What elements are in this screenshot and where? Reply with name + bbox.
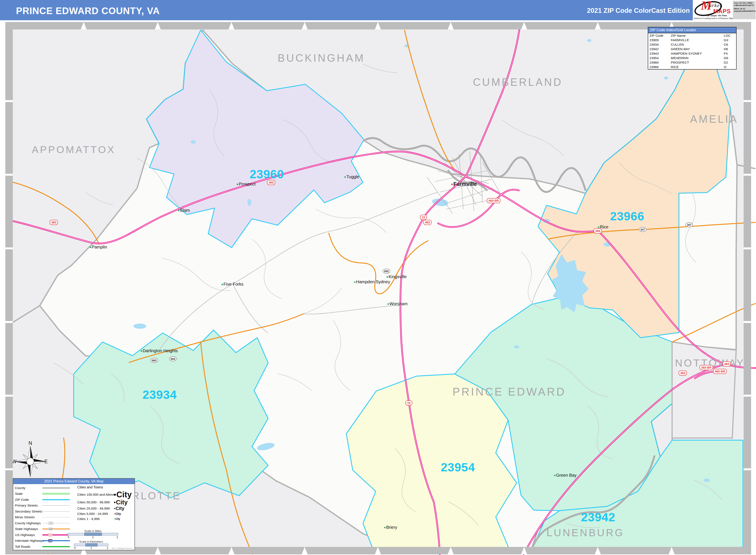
grid-gap <box>5 468 13 470</box>
legend-item-label: County <box>15 486 42 490</box>
grid-notch-icon <box>669 547 675 554</box>
scale-km-bar <box>74 544 108 546</box>
zip-index-cell: I2 <box>724 65 735 69</box>
scale-miles-bar <box>68 533 118 536</box>
marketmaps-logo: M arket MAPS On Target. On Time. America… <box>693 0 756 20</box>
zip-index-cell: 23943 <box>649 51 671 56</box>
legend-item-minor: Minor Streets <box>15 514 73 520</box>
legend-item-sample-icon <box>42 545 70 548</box>
page-title: PRINCE EDWARD COUNTY, VA <box>16 6 160 16</box>
grid-bar-top <box>13 22 744 30</box>
logo-subtitle: America's Leading Source of Business Map… <box>694 17 734 19</box>
legend-item-sample-icon: 123 <box>42 522 70 524</box>
cities-header: Cities and Towns <box>77 485 133 489</box>
city-size-label: Cities 100,000 and Above <box>77 493 114 497</box>
zip-index-row: 23934CULLENC6 <box>648 42 736 47</box>
county-map-canvas <box>0 0 756 555</box>
grid-gap <box>5 321 13 323</box>
city-dot-icon <box>114 508 115 509</box>
legend-cities: Cities and Towns Cities 100,000 and Abov… <box>77 485 133 522</box>
zip-index-col-header: LOC <box>724 33 735 38</box>
cities-rows: Cities 100,000 and AboveCityCities 50,00… <box>77 491 133 521</box>
legend-item-interstate: Interstate Highways123 <box>15 538 73 544</box>
zip-index-cell: D2 <box>724 60 735 65</box>
legend-shield-icon: 123 <box>48 521 53 525</box>
legend-item-zip: ZIP Code <box>15 497 73 503</box>
grid-notch-icon <box>521 22 527 30</box>
legend-item-state-hwy: State Highways123 <box>15 526 73 532</box>
zip-index-cell: F4 <box>724 51 735 56</box>
grid-gap <box>744 468 751 470</box>
grid-gap <box>744 247 751 249</box>
grid-notch-icon <box>155 547 161 554</box>
legend-item-sample-icon: 123 <box>42 528 70 530</box>
zip-index-title: ZIP Code Index/Grid Locator <box>648 27 736 33</box>
legend-item-label: Interstate Highways <box>15 539 42 543</box>
legend-item-sample-icon <box>42 499 70 501</box>
logo-market: arket <box>709 3 722 8</box>
city-dot-icon <box>114 513 115 514</box>
city-size-label: Cities 50,000 - 99,999 <box>77 500 114 504</box>
grid-gap <box>744 395 751 397</box>
legend-item-county-hwy: County Highways123 <box>15 520 73 526</box>
grid-gap <box>5 100 13 102</box>
city-size-label: Cities 25,000 - 49,999 <box>77 507 114 510</box>
legend-item-label: Primary Streets <box>15 504 42 507</box>
grid-notch-icon <box>448 547 454 554</box>
grid-gap <box>5 174 13 176</box>
logo-tagline: On Target. On Time. <box>707 14 727 17</box>
legend-item-label: Toll Roads <box>15 545 42 549</box>
zip-index-cell: 23966 <box>649 65 671 69</box>
scale-tick: 2 <box>117 536 118 539</box>
contact-email: mapsales@MarketMAPS.com <box>734 10 756 12</box>
map-page: APPOMATTOXBUCKINGHAMCUMBERLANDAMELIAPRIN… <box>0 0 756 555</box>
legend-item-primary: Primary Streets <box>15 503 73 509</box>
grid-notch-icon <box>448 22 454 30</box>
legend-item-state: State <box>15 491 73 497</box>
scale-tick: 0 <box>74 546 76 549</box>
grid-notch-icon <box>302 22 308 30</box>
city-size-label: Cities 1 - 4,999 <box>77 517 114 521</box>
zip-index-row: 23954MEHERRING6 <box>648 56 736 60</box>
city-dot-icon <box>114 494 116 496</box>
grid-gap <box>744 100 751 102</box>
grid-notch-icon <box>302 547 308 554</box>
city-sample-text: City <box>116 500 128 505</box>
scale-miles: Scale in Miles 012 <box>68 529 118 539</box>
grid-notch-icon <box>81 22 87 30</box>
scale-miles-title: Scale in Miles <box>68 529 118 532</box>
scale-km-title: Scale in Kilometers <box>74 540 108 543</box>
zip-index-header-row: ZIP CodeZIP NameLOC <box>648 33 736 38</box>
city-sample: City <box>114 513 121 515</box>
legend-shield-icon: 123 <box>48 533 53 537</box>
zip-index-cell: GREEN BAY <box>671 47 724 51</box>
legend-item-label: Secondary Streets <box>15 510 42 513</box>
grid-notch-icon <box>155 22 161 30</box>
legend-item-sample-icon <box>42 487 70 489</box>
zip-index-cell: 23934 <box>649 42 671 47</box>
grid-gap <box>744 174 751 176</box>
grid-notch-icon <box>228 547 235 554</box>
legend-title: 2021 Prince Edward County, VA Map <box>13 479 134 484</box>
logo-block: M arket MAPS On Target. On Time. America… <box>694 0 732 20</box>
map-legend: 2021 Prince Edward County, VA Map County… <box>13 478 135 550</box>
zip-index-col-header: ZIP Code <box>649 33 671 38</box>
zip-index-cell: 23960 <box>649 60 671 65</box>
city-dot-icon <box>114 518 115 519</box>
legend-item-sample-icon <box>42 504 70 507</box>
grid-notch-icon <box>521 547 527 554</box>
grid-notch-icon <box>375 22 381 30</box>
legend-item-sample-icon <box>42 516 70 518</box>
legend-item-label: State <box>15 492 42 496</box>
legend-item-sample-icon: 123 <box>42 533 70 536</box>
city-sample-text: City <box>116 491 132 498</box>
city-sample: City <box>114 500 128 505</box>
legend-item-sample-icon <box>42 510 70 513</box>
legend-item-us-hwy: US Highways123 <box>15 532 73 538</box>
zip-index-cell: 23954 <box>649 56 671 60</box>
legend-city-row: Cities 1 - 4,999City <box>77 517 133 521</box>
city-sample: City <box>114 491 132 498</box>
legend-line-items: CountyStateZIP CodePrimary StreetsSecond… <box>15 485 73 550</box>
contact-email-label: EMAIL US AT: <box>734 8 746 10</box>
contact-call-label: CALL US TOLL FREE! <box>734 2 753 4</box>
